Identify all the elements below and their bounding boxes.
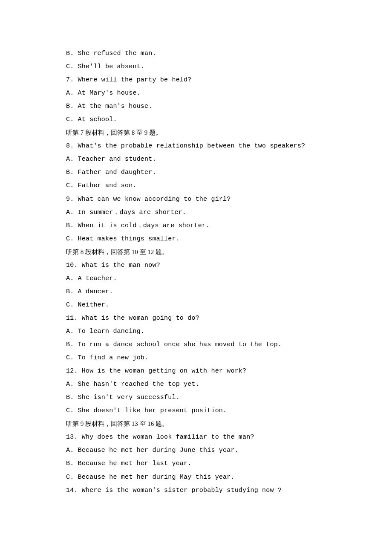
answer-option: A. To learn dancing. bbox=[66, 325, 326, 338]
document-page: B. She refused the man. C. She'll be abs… bbox=[0, 0, 392, 555]
answer-option: A. She hasn't reached the top yet. bbox=[66, 378, 326, 391]
answer-option: C. She'll be absent. bbox=[66, 60, 326, 73]
answer-option: A. Because he met her during June this y… bbox=[66, 444, 326, 457]
answer-option: B. A dancer. bbox=[66, 285, 326, 298]
answer-option: C. Heat makes things smaller. bbox=[66, 232, 326, 246]
answer-option: A. Teacher and student. bbox=[66, 153, 326, 166]
answer-option: C. Because he met her during May this ye… bbox=[66, 471, 326, 484]
answer-option: B. She isn't very successful. bbox=[66, 391, 326, 404]
answer-option: C. At school. bbox=[66, 113, 326, 126]
answer-option: C. Father and son. bbox=[66, 179, 326, 192]
question-text: 11. What is the woman going to do? bbox=[66, 312, 326, 325]
answer-option: C. To find a new job. bbox=[66, 351, 326, 364]
answer-option: A. A teacher. bbox=[66, 272, 326, 285]
section-instruction: 听第 9 段材料，回答第 13 至 16 题。 bbox=[66, 417, 326, 431]
answer-option: B. Father and daughter. bbox=[66, 166, 326, 179]
question-text: 12. How is the woman getting on with her… bbox=[66, 364, 326, 378]
question-text: 10. What is the man now? bbox=[66, 259, 326, 272]
answer-option: B. To run a dance school once she has mo… bbox=[66, 338, 326, 351]
section-instruction: 听第 8 段材料，回答第 10 至 12 题。 bbox=[66, 246, 326, 259]
answer-option: C. She doesn't like her present position… bbox=[66, 404, 326, 417]
question-text: 7. Where will the party be held? bbox=[66, 73, 326, 87]
answer-option: B. She refused the man. bbox=[66, 47, 326, 60]
answer-option: B. When it is cold，days are shorter. bbox=[66, 219, 326, 232]
answer-option: B. At the man's house. bbox=[66, 100, 326, 113]
answer-option: C. Neither. bbox=[66, 298, 326, 312]
question-text: 9. What can we know according to the gir… bbox=[66, 193, 326, 206]
question-text: 8. What's the probable relationship betw… bbox=[66, 139, 326, 153]
answer-option: B. Because he met her last year. bbox=[66, 457, 326, 470]
answer-option: A. At Mary's house. bbox=[66, 87, 326, 100]
question-text: 13. Why does the woman look familiar to … bbox=[66, 431, 326, 444]
section-instruction: 听第 7 段材料，回答第 8 至 9 题。 bbox=[66, 126, 326, 139]
answer-option: A. In summer，days are shorter. bbox=[66, 206, 326, 219]
question-text: 14. Where is the woman's sister probably… bbox=[66, 484, 326, 497]
